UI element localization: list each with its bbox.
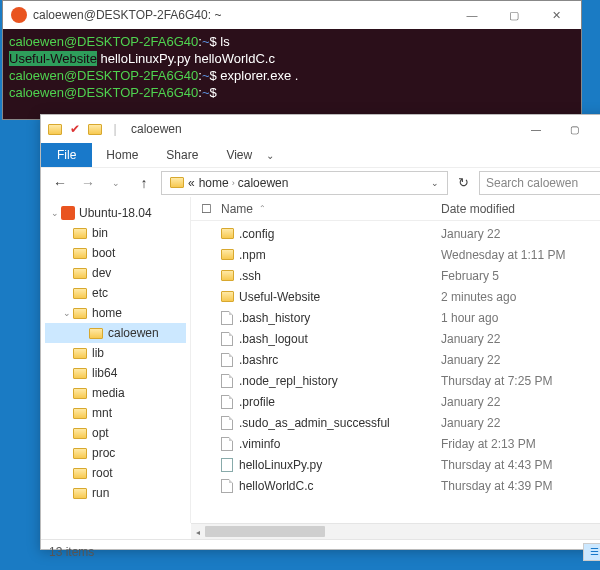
file-name: .sudo_as_admin_successful bbox=[239, 416, 441, 430]
column-date[interactable]: Date modified bbox=[441, 202, 600, 216]
nav-up-button[interactable]: ↑ bbox=[133, 172, 155, 194]
terminal-titlebar[interactable]: caloewen@DESKTOP-2FA6G40: ~ — ▢ ✕ bbox=[3, 1, 581, 29]
file-row[interactable]: helloWorldC.cThursday at 4:39 PM bbox=[191, 475, 600, 496]
minimize-button[interactable]: — bbox=[455, 5, 489, 25]
nav-back-button[interactable]: ← bbox=[49, 172, 71, 194]
address-bar-row: ← → ⌄ ↑ « home › caloewen ⌄ ↻ Search cal… bbox=[41, 167, 600, 197]
file-row[interactable]: .npmWednesday at 1:11 PM bbox=[191, 244, 600, 265]
folder-icon bbox=[221, 270, 234, 281]
details-view-button[interactable]: ☰ bbox=[583, 543, 600, 561]
file-row[interactable]: .node_repl_historyThursday at 7:25 PM bbox=[191, 370, 600, 391]
folder-icon bbox=[73, 388, 87, 399]
breadcrumb-seg[interactable]: caloewen bbox=[238, 176, 289, 190]
refresh-button[interactable]: ↻ bbox=[454, 175, 473, 190]
file-icon bbox=[221, 416, 233, 430]
folder-icon bbox=[73, 468, 87, 479]
file-row[interactable]: Useful-Website2 minutes ago bbox=[191, 286, 600, 307]
folder-icon bbox=[73, 448, 87, 459]
ubuntu-icon bbox=[11, 7, 27, 23]
ribbon-home-tab[interactable]: Home bbox=[92, 144, 152, 166]
maximize-button[interactable]: ▢ bbox=[555, 116, 593, 142]
nav-tree[interactable]: ⌄ Ubuntu-18.04 binbootdevetc⌄homecaloewe… bbox=[41, 197, 191, 523]
file-row[interactable]: helloLinuxPy.pyThursday at 4:43 PM bbox=[191, 454, 600, 475]
file-row[interactable]: .sudo_as_admin_successfulJanuary 22 bbox=[191, 412, 600, 433]
close-button[interactable]: ✕ bbox=[539, 5, 573, 25]
ribbon-collapse-icon[interactable]: ⌄ bbox=[266, 150, 274, 161]
file-row[interactable]: .profileJanuary 22 bbox=[191, 391, 600, 412]
tree-item-bin[interactable]: bin bbox=[45, 223, 186, 243]
terminal-body[interactable]: caloewen@DESKTOP-2FA6G40:~$ ls Useful-We… bbox=[3, 29, 581, 119]
column-name[interactable]: Name bbox=[221, 202, 253, 216]
tree-item-lib64[interactable]: lib64 bbox=[45, 363, 186, 383]
folder-icon bbox=[89, 328, 103, 339]
file-row[interactable]: .configJanuary 22 bbox=[191, 223, 600, 244]
file-date: Wednesday at 1:11 PM bbox=[441, 248, 600, 262]
file-date: January 22 bbox=[441, 395, 600, 409]
breadcrumb-seg[interactable]: home bbox=[199, 176, 229, 190]
file-row[interactable]: .bash_history1 hour ago bbox=[191, 307, 600, 328]
file-row[interactable]: .sshFebruary 5 bbox=[191, 265, 600, 286]
horizontal-scrollbar[interactable]: ◂ ▸ bbox=[191, 523, 600, 539]
chevron-down-icon[interactable]: ⌄ bbox=[49, 208, 61, 218]
file-date: February 5 bbox=[441, 269, 600, 283]
python-file-icon bbox=[221, 458, 233, 472]
file-name: .profile bbox=[239, 395, 441, 409]
file-name: helloLinuxPy.py bbox=[239, 458, 441, 472]
nav-forward-button[interactable]: → bbox=[77, 172, 99, 194]
folder-icon bbox=[73, 268, 87, 279]
tree-item-dev[interactable]: dev bbox=[45, 263, 186, 283]
column-headers[interactable]: ☐ Name⌃ Date modified bbox=[191, 197, 600, 221]
address-bar[interactable]: « home › caloewen ⌄ bbox=[161, 171, 448, 195]
minimize-button[interactable]: — bbox=[517, 116, 555, 142]
ribbon-view-tab[interactable]: View bbox=[212, 144, 266, 166]
ribbon-share-tab[interactable]: Share bbox=[152, 144, 212, 166]
file-name: .bashrc bbox=[239, 353, 441, 367]
ribbon: File Home Share View ⌄ ? bbox=[41, 143, 600, 167]
tree-item-etc[interactable]: etc bbox=[45, 283, 186, 303]
file-icon bbox=[221, 374, 233, 388]
chevron-down-icon[interactable]: ⌄ bbox=[61, 308, 73, 318]
folder-icon bbox=[73, 368, 87, 379]
file-date: Thursday at 7:25 PM bbox=[441, 374, 600, 388]
file-row[interactable]: .bash_logoutJanuary 22 bbox=[191, 328, 600, 349]
folder-icon bbox=[221, 249, 234, 260]
tree-item-caloewen[interactable]: caloewen bbox=[45, 323, 186, 343]
folder-icon bbox=[73, 428, 87, 439]
tree-item-root[interactable]: root bbox=[45, 463, 186, 483]
breadcrumb-root[interactable]: « bbox=[188, 176, 195, 190]
tree-root[interactable]: ⌄ Ubuntu-18.04 bbox=[45, 203, 186, 223]
chevron-right-icon: › bbox=[232, 178, 235, 188]
file-row[interactable]: .bashrcJanuary 22 bbox=[191, 349, 600, 370]
ubuntu-icon bbox=[61, 206, 75, 220]
select-all-checkbox[interactable]: ☐ bbox=[201, 202, 221, 216]
tree-item-opt[interactable]: opt bbox=[45, 423, 186, 443]
search-input[interactable]: Search caloewen bbox=[479, 171, 600, 195]
tree-item-media[interactable]: media bbox=[45, 383, 186, 403]
file-row[interactable]: .viminfoFriday at 2:13 PM bbox=[191, 433, 600, 454]
qat-check-icon[interactable]: ✔ bbox=[67, 121, 83, 137]
item-count: 13 items bbox=[49, 545, 94, 559]
file-icon bbox=[221, 353, 233, 367]
nav-history-button[interactable]: ⌄ bbox=[105, 172, 127, 194]
address-dropdown-icon[interactable]: ⌄ bbox=[427, 178, 443, 188]
close-button[interactable]: ✕ bbox=[593, 116, 600, 142]
tree-item-home[interactable]: ⌄home bbox=[45, 303, 186, 323]
scroll-left-button[interactable]: ◂ bbox=[191, 524, 205, 540]
file-icon bbox=[221, 332, 233, 346]
explorer-titlebar[interactable]: ✔ | caloewen — ▢ ✕ bbox=[41, 115, 600, 143]
ribbon-file-tab[interactable]: File bbox=[41, 143, 92, 167]
scrollbar-thumb[interactable] bbox=[205, 526, 325, 537]
tree-item-proc[interactable]: proc bbox=[45, 443, 186, 463]
tree-item-lib[interactable]: lib bbox=[45, 343, 186, 363]
file-date: January 22 bbox=[441, 332, 600, 346]
tree-item-run[interactable]: run bbox=[45, 483, 186, 503]
maximize-button[interactable]: ▢ bbox=[497, 5, 531, 25]
file-pane: ☐ Name⌃ Date modified .configJanuary 22.… bbox=[191, 197, 600, 523]
file-icon bbox=[221, 437, 233, 451]
terminal-title: caloewen@DESKTOP-2FA6G40: ~ bbox=[33, 8, 221, 22]
tree-item-mnt[interactable]: mnt bbox=[45, 403, 186, 423]
folder-icon bbox=[73, 348, 87, 359]
qat-folder-icon[interactable] bbox=[87, 121, 103, 137]
tree-item-boot[interactable]: boot bbox=[45, 243, 186, 263]
file-name: helloWorldC.c bbox=[239, 479, 441, 493]
